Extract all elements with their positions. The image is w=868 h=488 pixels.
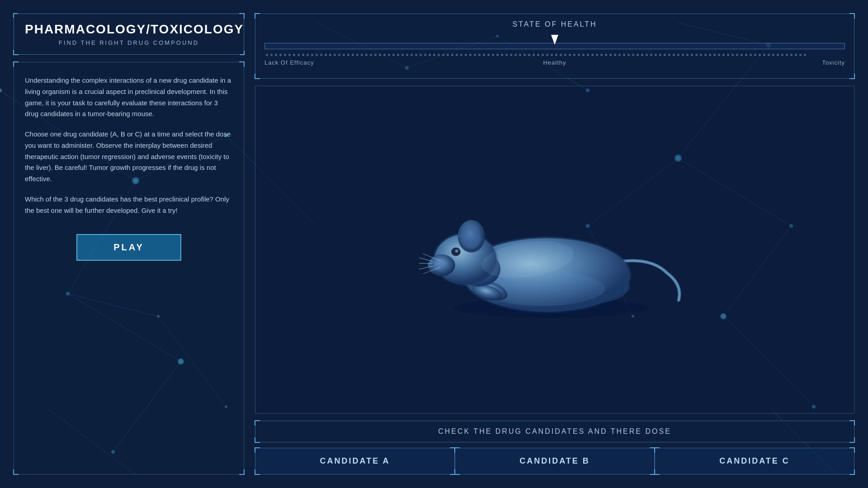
corner-br: [849, 437, 855, 443]
health-bar-dot: [623, 54, 625, 56]
health-bar-dot: [754, 54, 756, 56]
health-bar-dot: [528, 54, 530, 56]
health-bar-dot: [343, 54, 345, 56]
health-bar-dot: [492, 54, 494, 56]
health-bar-dot: [786, 54, 788, 56]
health-bar-dot: [325, 54, 327, 56]
health-bar-dot: [275, 54, 277, 56]
health-bar-dot: [768, 54, 770, 56]
health-bar-dot: [632, 54, 634, 56]
health-bar-dot: [293, 54, 295, 56]
corner-tl: [454, 447, 460, 453]
candidate-a-button[interactable]: CANDIDATE A: [255, 448, 455, 474]
health-bar-dot: [591, 54, 594, 56]
health-bar-dot: [569, 54, 571, 56]
candidate-c-label: CANDIDATE C: [719, 456, 790, 465]
bottom-section: CHECK THE DRUG CANDIDATES AND THERE DOSE…: [255, 421, 854, 474]
corner-tl: [654, 447, 660, 453]
dot-row: [266, 54, 844, 56]
health-bar-dot: [510, 54, 512, 56]
candidate-c-button[interactable]: CANDIDATE C: [655, 448, 854, 474]
page-subtitle: FIND THE RIGHT DRUG COMPOUND: [25, 39, 233, 46]
health-bar-dot: [673, 54, 675, 56]
health-bar-dot: [573, 54, 576, 56]
corner-bl: [454, 469, 460, 475]
health-bar-dot: [420, 54, 422, 56]
health-bar-dot: [519, 54, 521, 56]
health-bar-dot: [686, 54, 689, 56]
health-bar-dot: [759, 54, 761, 56]
play-area: PLAY: [25, 225, 233, 265]
health-bar-dot: [334, 54, 336, 56]
corner-tl: [255, 13, 260, 19]
health-bar-dot: [329, 54, 331, 56]
mouse-section: [255, 86, 854, 413]
health-bar-dot: [379, 54, 381, 56]
corner-bl: [13, 469, 19, 475]
candidate-b-label: CANDIDATE B: [519, 456, 590, 465]
health-bar-dot: [487, 54, 490, 56]
health-bar-dot: [646, 54, 648, 56]
indicator-arrow: [551, 35, 558, 45]
health-label-left: Lack Of Efficacy: [264, 59, 314, 66]
health-bar-dot: [537, 54, 539, 56]
health-bar-dot: [456, 54, 458, 56]
candidate-b-button[interactable]: CANDIDATE B: [455, 448, 655, 474]
health-label-right: Toxicity: [822, 59, 845, 66]
corner-bl: [255, 74, 260, 79]
health-bar-dot: [700, 54, 702, 56]
health-section: STATE OF HEALTH Lack Of Efficacy Healthy…: [255, 14, 854, 79]
health-bar-dot: [451, 54, 453, 56]
health-bar-dot: [496, 54, 499, 56]
health-bar-dot: [641, 54, 643, 56]
health-bar-dot: [266, 54, 268, 56]
corner-bl: [255, 408, 260, 413]
health-bar-dot: [627, 54, 630, 56]
health-bar-dot: [361, 54, 363, 56]
health-bar-dot: [650, 54, 652, 56]
description-box: Understanding the complex interactions o…: [14, 62, 244, 474]
health-bar-dots: [266, 52, 844, 57]
health-bar-dot: [605, 54, 607, 56]
health-bar-dot: [804, 54, 806, 56]
health-bar-container: [264, 35, 845, 57]
health-bar-dot: [356, 54, 359, 56]
health-bar-dot: [438, 54, 440, 56]
health-bar-dot: [614, 54, 616, 56]
description-para2: Choose one drug candidate (A, B or C) at…: [25, 129, 233, 185]
health-bar-dot: [655, 54, 657, 56]
health-bar-dot: [695, 54, 698, 56]
corner-bl: [13, 50, 19, 55]
corner-tr: [239, 13, 245, 19]
health-title: STATE OF HEALTH: [264, 20, 845, 28]
corner-br: [849, 408, 854, 413]
health-bar-dot: [460, 54, 462, 56]
health-bar-dot: [772, 54, 774, 56]
health-bar-dot: [406, 54, 408, 56]
health-label-center: Healthy: [543, 59, 566, 66]
play-button[interactable]: PLAY: [76, 234, 181, 261]
health-bar-dot: [555, 54, 557, 56]
health-bar-dot: [691, 54, 693, 56]
health-bar-dot: [777, 54, 779, 56]
corner-br: [849, 469, 855, 475]
corner-tr: [849, 13, 855, 19]
health-bar-dot: [514, 54, 517, 56]
health-bar-dot: [763, 54, 765, 56]
health-bar-dot: [284, 54, 286, 56]
svg-point-57: [462, 225, 481, 248]
corner-tr: [239, 61, 245, 67]
health-bar-dot: [741, 54, 743, 56]
corner-tl: [255, 86, 260, 91]
health-bar-dot: [483, 54, 485, 56]
health-bar-dot: [564, 54, 566, 56]
mouse-image: [419, 176, 690, 324]
health-bar-dot: [279, 54, 282, 56]
health-bar-dot: [478, 54, 481, 56]
health-bar-dot: [365, 54, 368, 56]
health-bar-dot: [600, 54, 603, 56]
health-bar-dot: [433, 54, 435, 56]
health-bar-dot: [542, 54, 544, 56]
corner-br: [240, 51, 245, 55]
health-bar-dot: [316, 54, 318, 56]
